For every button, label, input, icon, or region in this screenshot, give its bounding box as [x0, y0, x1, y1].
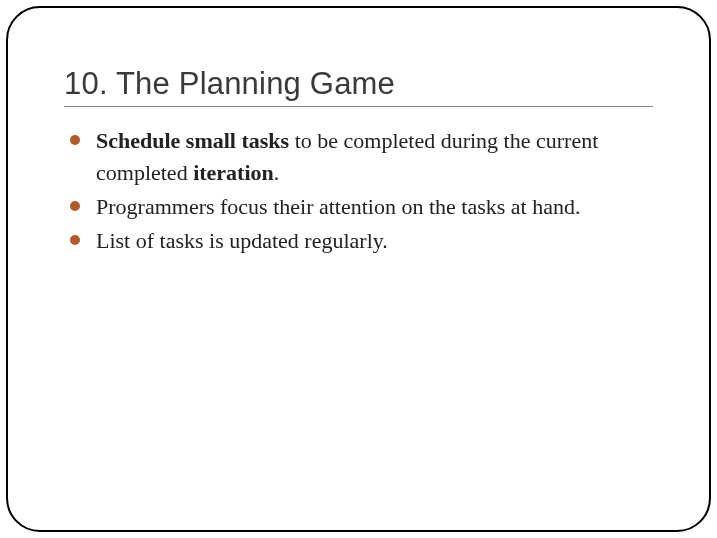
- bullet-icon: [70, 135, 80, 145]
- text-segment: iteration: [193, 160, 274, 185]
- title-underline: [64, 106, 653, 107]
- list-item: Schedule small tasks to be completed dur…: [70, 125, 653, 189]
- text-segment: List of tasks is updated regularly.: [96, 228, 388, 253]
- list-item: Programmers focus their attention on the…: [70, 191, 653, 223]
- slide-title: 10. The Planning Game: [64, 66, 653, 102]
- list-item: List of tasks is updated regularly.: [70, 225, 653, 257]
- slide-frame: 10. The Planning Game Schedule small tas…: [6, 6, 711, 532]
- text-segment: Schedule small tasks: [96, 128, 289, 153]
- bullet-icon: [70, 235, 80, 245]
- text-segment: .: [274, 160, 280, 185]
- bullet-icon: [70, 201, 80, 211]
- text-segment: Programmers focus their attention on the…: [96, 194, 581, 219]
- bullet-list: Schedule small tasks to be completed dur…: [64, 125, 653, 257]
